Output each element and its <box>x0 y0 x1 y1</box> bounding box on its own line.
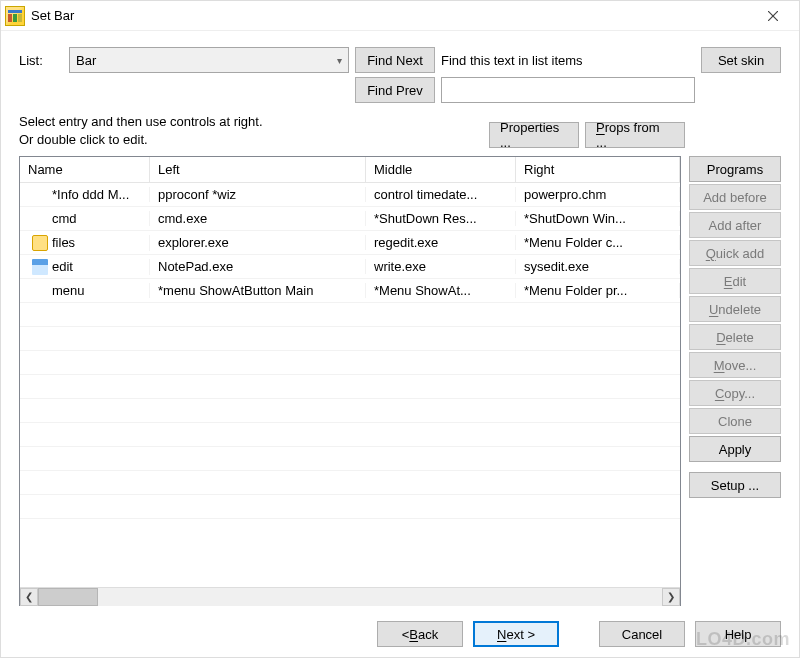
close-button[interactable] <box>751 2 795 30</box>
table-row <box>20 399 680 423</box>
cancel-button[interactable]: Cancel <box>599 621 685 647</box>
cell-right: *Menu Folder pr... <box>516 283 680 298</box>
clone-button[interactable]: Clone <box>689 408 781 434</box>
table-row <box>20 375 680 399</box>
cell-left: NotePad.exe <box>150 259 366 274</box>
cell-name: edit <box>20 259 150 275</box>
cell-name: cmd <box>20 211 150 226</box>
table-row <box>20 351 680 375</box>
svg-rect-1 <box>8 14 12 22</box>
scrollbar-thumb[interactable] <box>38 588 98 606</box>
table-row[interactable]: filesexplorer.exeregedit.exe*Menu Folder… <box>20 231 680 255</box>
find-next-button[interactable]: Find Next <box>355 47 435 73</box>
cell-middle: regedit.exe <box>366 235 516 250</box>
cell-middle: *Menu ShowAt... <box>366 283 516 298</box>
table-row[interactable]: *Info ddd M...pproconf *wizcontrol timed… <box>20 183 680 207</box>
table-row <box>20 495 680 519</box>
table-row <box>20 447 680 471</box>
table-row <box>20 423 680 447</box>
svg-rect-3 <box>18 14 22 22</box>
cell-left: cmd.exe <box>150 211 366 226</box>
instruction-line2: Or double click to edit. <box>19 131 483 149</box>
programs-button[interactable]: Programs <box>689 156 781 182</box>
undelete-button[interactable]: Undelete <box>689 296 781 322</box>
back-button[interactable]: < Back <box>377 621 463 647</box>
table-row <box>20 303 680 327</box>
scroll-left-button[interactable]: ❮ <box>20 588 38 606</box>
app-icon <box>5 6 25 26</box>
cell-middle: control timedate... <box>366 187 516 202</box>
window-title: Set Bar <box>31 8 751 23</box>
properties-button[interactable]: Properties ... <box>489 122 579 148</box>
cell-right: *ShutDown Win... <box>516 211 680 226</box>
cell-name: files <box>20 235 150 251</box>
svg-rect-2 <box>13 14 17 22</box>
help-button[interactable]: Help <box>695 621 781 647</box>
next-button[interactable]: Next > <box>473 621 559 647</box>
col-left[interactable]: Left <box>150 157 366 182</box>
cell-right: sysedit.exe <box>516 259 680 274</box>
cell-middle: *ShutDown Res... <box>366 211 516 226</box>
notepad-icon <box>32 259 48 275</box>
delete-button[interactable]: Delete <box>689 324 781 350</box>
cell-middle: write.exe <box>366 259 516 274</box>
cell-left: pproconf *wiz <box>150 187 366 202</box>
add-before-button[interactable]: Add before <box>689 184 781 210</box>
props-from-button[interactable]: Props from ... <box>585 122 685 148</box>
list-combobox[interactable]: Bar ▾ <box>69 47 349 73</box>
col-right[interactable]: Right <box>516 157 680 182</box>
find-text-input[interactable] <box>441 77 695 103</box>
cell-left: explorer.exe <box>150 235 366 250</box>
quick-add-button[interactable]: Quick add <box>689 240 781 266</box>
folder-icon <box>32 235 48 251</box>
copy-button[interactable]: Copy... <box>689 380 781 406</box>
chevron-down-icon: ▾ <box>337 55 342 66</box>
table-row <box>20 327 680 351</box>
table-row[interactable]: editNotePad.exewrite.exesysedit.exe <box>20 255 680 279</box>
titlebar: Set Bar <box>1 1 799 31</box>
find-prev-button[interactable]: Find Prev <box>355 77 435 103</box>
move-button[interactable]: Move... <box>689 352 781 378</box>
cell-right: *Menu Folder c... <box>516 235 680 250</box>
cell-right: powerpro.chm <box>516 187 680 202</box>
add-after-button[interactable]: Add after <box>689 212 781 238</box>
table-row[interactable]: cmdcmd.exe*ShutDown Res...*ShutDown Win.… <box>20 207 680 231</box>
horizontal-scrollbar[interactable]: ❮ ❯ <box>20 587 680 605</box>
table-row <box>20 471 680 495</box>
svg-rect-0 <box>8 10 22 13</box>
close-icon <box>768 11 778 21</box>
find-text-label: Find this text in list items <box>441 53 695 68</box>
cell-name: menu <box>20 283 150 298</box>
instruction-line1: Select entry and then use controls at ri… <box>19 113 483 131</box>
entries-grid[interactable]: Name Left Middle Right *Info ddd M...ppr… <box>19 156 681 606</box>
table-row[interactable]: menu*menu ShowAtButton Main*Menu ShowAt.… <box>20 279 680 303</box>
setup-button[interactable]: Setup ... <box>689 472 781 498</box>
list-label: List: <box>19 53 63 68</box>
cell-name: *Info ddd M... <box>20 187 150 202</box>
edit-button[interactable]: Edit <box>689 268 781 294</box>
list-combobox-value: Bar <box>76 53 96 68</box>
set-skin-button[interactable]: Set skin <box>701 47 781 73</box>
instruction-text: Select entry and then use controls at ri… <box>19 113 483 148</box>
col-name[interactable]: Name <box>20 157 150 182</box>
cell-left: *menu ShowAtButton Main <box>150 283 366 298</box>
col-middle[interactable]: Middle <box>366 157 516 182</box>
scrollbar-track[interactable] <box>38 588 662 606</box>
grid-header: Name Left Middle Right <box>20 157 680 183</box>
apply-button[interactable]: Apply <box>689 436 781 462</box>
scroll-right-button[interactable]: ❯ <box>662 588 680 606</box>
